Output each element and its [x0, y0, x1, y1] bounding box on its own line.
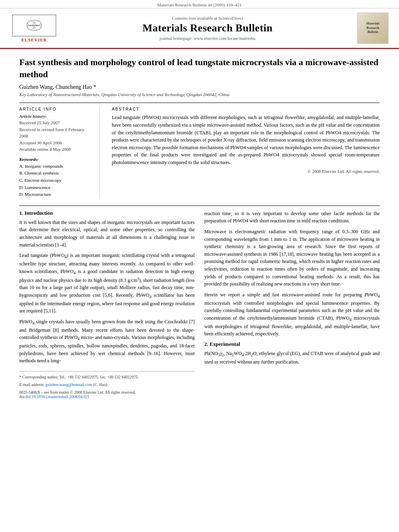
intro-p2: Lead tungstate (PbWO4) is an important i… [19, 252, 195, 315]
journal-header: ELSEVIER ELSEVIER Contents lists availab… [0, 8, 399, 49]
article-content: Fast synthesis and morphology control of… [0, 49, 399, 407]
meta-citation: Materials Research Bulletin 44 (2009) 41… [157, 2, 242, 7]
keyword-2: B. Chemical synthesis [19, 170, 91, 177]
journal-homepage: journal homepage: www.elsevier.com/locat… [60, 36, 355, 41]
footer-doi: doi:doi:10.1016/j.materresbull.2008.04.0… [19, 394, 195, 399]
doi-text: doi: [19, 394, 26, 399]
article-body: 1. Introduction It is well known that th… [19, 210, 380, 399]
intro-p1: It is well known that the sizes and shap… [19, 219, 195, 249]
received-date: Received 25 July 2007 [19, 119, 91, 126]
journal-thumbnail: Materials Research Bulletin [357, 12, 389, 44]
divider-top [19, 103, 380, 103]
email-label: E-mail address: [19, 382, 44, 387]
abstract-heading: ABSTRACT [112, 107, 380, 111]
article-info-left: ARTICLE INFO Article history: Received 2… [19, 107, 100, 198]
available-date: Available online 4 May 2008 [19, 146, 91, 153]
footer-corresponding: * Corresponding author. Tel.: +86 532 84… [19, 374, 195, 380]
footer-email-line: E-mail address: guizhen-wang@hotmail.com… [19, 382, 195, 388]
footer-issn: 0025-5408/$ – see front matter © 2008 El… [19, 390, 136, 394]
article-authors: Guizhen Wang, Chuncheng Hao * [19, 84, 380, 90]
keyword-4: D. Luminescence [19, 184, 91, 191]
keyword-1: A. Inorganic compounds [19, 163, 91, 170]
footer-email[interactable]: guizhen-wang@hotmail.com [45, 382, 92, 387]
article-affiliation: Key Laboratory of Nanostructured Materia… [19, 92, 380, 97]
article-history: Article history: Received 25 July 2007 R… [19, 114, 91, 153]
col2-p1: reaction time, so it is very important t… [204, 210, 380, 225]
footer-email-name: (C. Hao). [93, 382, 109, 387]
corresponding-text: * Corresponding author. Tel.: +86 532 84… [19, 375, 139, 379]
journal-header-right: Materials Research Bulletin [355, 12, 391, 44]
accepted-date: Accepted 30 April 2008 [19, 140, 91, 146]
keyword-3: C. Electron microscopy [19, 177, 91, 184]
keywords-section: Keywords: A. Inorganic compounds B. Chem… [19, 157, 91, 198]
journal-meta-bar: Materials Research Bulletin 44 (2009) 41… [0, 0, 399, 8]
article-info-heading: ARTICLE INFO [19, 107, 91, 111]
abstract-copyright: © 2008 Elsevier Ltd. All rights reserved… [112, 169, 380, 174]
footer-bottom: 0025-5408/$ – see front matter © 2008 El… [19, 390, 195, 394]
keywords-label: Keywords: [19, 157, 91, 162]
abstract-text: Lead tungstate (PbWO4) microcrystals wit… [112, 114, 380, 166]
elsevier-logo: ELSEVIER [12, 14, 56, 37]
section2-heading: 2. Experimental [204, 341, 380, 347]
divider-mid [19, 205, 380, 206]
journal-title: Materials Research Bulletin [60, 22, 355, 34]
article-info-section: ARTICLE INFO Article history: Received 2… [19, 107, 380, 198]
col2-p3: Herein we report a simple and fast micro… [204, 291, 380, 338]
page: Materials Research Bulletin 44 (2009) 41… [0, 0, 399, 532]
revised-date: Received in revised form 6 February 2008 [19, 126, 91, 140]
keyword-5: D. Microstructure [19, 191, 91, 198]
section1-heading: 1. Introduction [19, 210, 195, 216]
journal-header-left: ELSEVIER ELSEVIER [8, 14, 60, 42]
experimental-p1: Pb(NO3)2, Na2WO4·2H2O, ethylene glycol (… [204, 350, 380, 366]
thumb-label: Materials Research Bulletin [366, 22, 380, 34]
article-info-right: ABSTRACT Lead tungstate (PbWO4) microcry… [112, 107, 380, 198]
journal-header-center: Contents lists available at ScienceDirec… [60, 16, 355, 41]
authors-text: Guizhen Wang, Chuncheng Hao * [19, 84, 96, 90]
sciencedirect-line: Contents lists available at ScienceDirec… [60, 16, 355, 21]
article-footer: * Corresponding author. Tel.: +86 532 84… [19, 371, 195, 399]
doi-link[interactable]: doi:10.1016/j.materresbull.2008.04.021 [26, 394, 90, 399]
col2-p2: Microwave is electromagnetic radiation w… [204, 228, 380, 288]
intro-p3: PbWO4 single crystals have usually been … [19, 318, 195, 365]
svg-text:ELSEVIER: ELSEVIER [30, 25, 39, 27]
body-left-column: 1. Introduction It is well known that th… [19, 210, 195, 399]
body-right-column: reaction time, so it is very important t… [204, 210, 380, 399]
history-label: Article history: [19, 114, 91, 119]
elsevier-tree-icon: ELSEVIER [22, 19, 46, 31]
sciencedirect-text: Contents lists available at ScienceDirec… [172, 16, 243, 21]
elsevier-label: ELSEVIER [21, 37, 47, 42]
article-title: Fast synthesis and morphology control of… [19, 56, 380, 80]
